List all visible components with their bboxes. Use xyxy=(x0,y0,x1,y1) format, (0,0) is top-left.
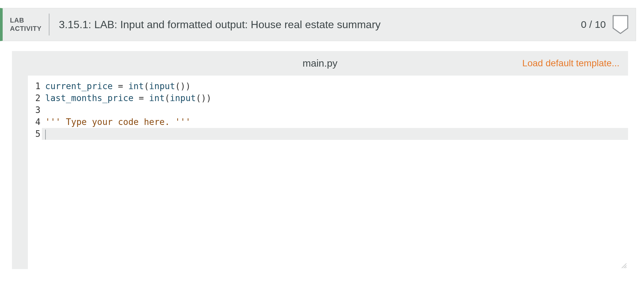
svg-line-2 xyxy=(625,267,626,268)
code-line[interactable]: current_price = int(input()) xyxy=(45,80,628,92)
line-number: 2 xyxy=(28,92,42,104)
code-token: ( xyxy=(165,93,170,103)
code-line[interactable]: last_months_price = int(input()) xyxy=(45,92,628,104)
line-number-column: 12345 xyxy=(28,76,42,269)
line-number: 5 xyxy=(28,128,42,140)
code-line[interactable] xyxy=(45,104,628,116)
lab-activity-badge: LAB ACTIVITY xyxy=(3,14,49,35)
resize-handle-icon[interactable] xyxy=(621,262,627,268)
code-line[interactable]: ''' Type your code here. ''' xyxy=(45,116,628,128)
text-cursor xyxy=(45,130,46,140)
editor-gutter xyxy=(12,76,28,269)
lab-header: LAB ACTIVITY 3.15.1: LAB: Input and form… xyxy=(0,8,636,41)
code-token: ''' Type your code here. ''' xyxy=(45,117,191,127)
code-token: last_months_price xyxy=(45,93,133,103)
line-number: 1 xyxy=(28,80,42,92)
code-token: ()) xyxy=(196,93,211,103)
code-editor[interactable]: 12345 current_price = int(input())last_m… xyxy=(12,76,628,269)
code-token: ( xyxy=(144,81,149,91)
line-number: 3 xyxy=(28,104,42,116)
code-token: int xyxy=(149,93,165,103)
lab-title: 3.15.1: LAB: Input and formatted output:… xyxy=(49,19,581,31)
badge-line2: ACTIVITY xyxy=(10,25,41,33)
code-token: input xyxy=(149,81,175,91)
code-token: int xyxy=(128,81,144,91)
svg-line-0 xyxy=(622,263,626,268)
code-token: = xyxy=(113,81,128,91)
bookmark-icon[interactable] xyxy=(612,15,629,34)
code-token: = xyxy=(133,93,149,103)
code-token: current_price xyxy=(45,81,113,91)
file-name: main.py xyxy=(302,58,337,69)
line-number: 4 xyxy=(28,116,42,128)
code-token: ()) xyxy=(175,81,191,91)
badge-line1: LAB xyxy=(10,16,41,25)
lab-score: 0 / 10 xyxy=(581,19,612,30)
file-header: main.py Load default template... xyxy=(12,51,628,76)
code-token: input xyxy=(170,93,196,103)
code-line[interactable] xyxy=(42,128,628,140)
load-default-template-link[interactable]: Load default template... xyxy=(522,58,628,69)
code-area[interactable]: current_price = int(input())last_months_… xyxy=(42,76,628,269)
